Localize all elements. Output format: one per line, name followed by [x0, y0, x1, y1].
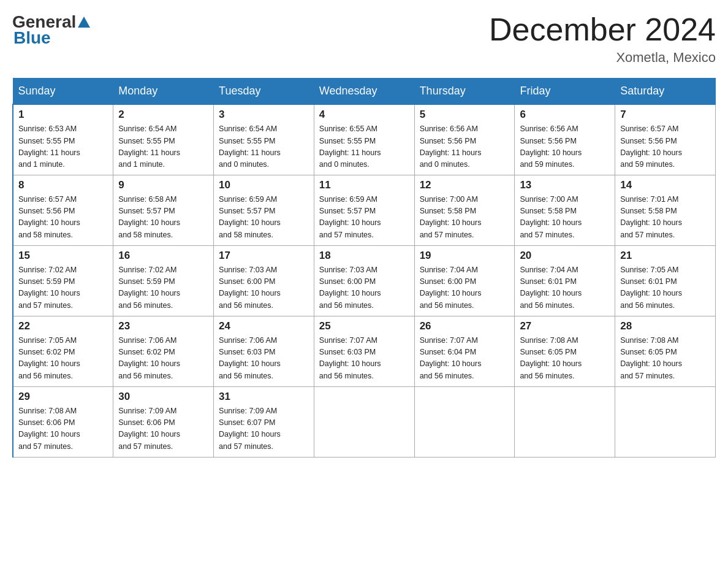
- day-info: Sunrise: 6:54 AMSunset: 5:55 PMDaylight:…: [118, 123, 208, 171]
- day-header-wednesday: Wednesday: [314, 79, 414, 105]
- day-header-tuesday: Tuesday: [214, 79, 314, 105]
- day-number: 18: [319, 250, 409, 262]
- day-header-thursday: Thursday: [414, 79, 515, 105]
- day-info: Sunrise: 7:07 AMSunset: 6:03 PMDaylight:…: [319, 335, 409, 383]
- calendar-cell: 14 Sunrise: 7:01 AMSunset: 5:58 PMDaylig…: [615, 175, 716, 245]
- day-number: 11: [319, 179, 409, 191]
- calendar-cell: 5 Sunrise: 6:56 AMSunset: 5:56 PMDayligh…: [414, 104, 515, 175]
- day-number: 15: [18, 250, 108, 262]
- day-number: 27: [520, 320, 610, 332]
- week-row-2: 8 Sunrise: 6:57 AMSunset: 5:56 PMDayligh…: [13, 175, 716, 245]
- day-info: Sunrise: 7:01 AMSunset: 5:58 PMDaylight:…: [620, 194, 710, 242]
- calendar-cell: 27 Sunrise: 7:08 AMSunset: 6:05 PMDaylig…: [515, 316, 615, 386]
- day-number: 28: [620, 320, 710, 332]
- day-number: 12: [420, 179, 510, 191]
- day-info: Sunrise: 7:02 AMSunset: 5:59 PMDaylight:…: [118, 264, 208, 312]
- days-header-row: SundayMondayTuesdayWednesdayThursdayFrid…: [13, 79, 716, 105]
- calendar-cell: 10 Sunrise: 6:59 AMSunset: 5:57 PMDaylig…: [214, 175, 314, 245]
- day-info: Sunrise: 6:59 AMSunset: 5:57 PMDaylight:…: [219, 194, 309, 242]
- calendar-cell: 20 Sunrise: 7:04 AMSunset: 6:01 PMDaylig…: [515, 245, 615, 316]
- day-number: 23: [118, 320, 208, 332]
- title-area: December 2024 Xometla, Mexico: [489, 12, 716, 66]
- calendar-cell: 25 Sunrise: 7:07 AMSunset: 6:03 PMDaylig…: [314, 316, 414, 386]
- day-info: Sunrise: 6:55 AMSunset: 5:55 PMDaylight:…: [319, 123, 409, 171]
- calendar-cell: 30 Sunrise: 7:09 AMSunset: 6:06 PMDaylig…: [113, 386, 214, 457]
- day-info: Sunrise: 7:05 AMSunset: 6:02 PMDaylight:…: [18, 335, 108, 383]
- day-info: Sunrise: 7:03 AMSunset: 6:00 PMDaylight:…: [319, 264, 409, 312]
- header: General Blue December 2024 Xometla, Mexi…: [12, 12, 716, 66]
- day-info: Sunrise: 7:06 AMSunset: 6:02 PMDaylight:…: [118, 335, 208, 383]
- calendar-cell: 2 Sunrise: 6:54 AMSunset: 5:55 PMDayligh…: [113, 104, 214, 175]
- day-info: Sunrise: 7:02 AMSunset: 5:59 PMDaylight:…: [18, 264, 108, 312]
- calendar-cell: 15 Sunrise: 7:02 AMSunset: 5:59 PMDaylig…: [13, 245, 113, 316]
- day-info: Sunrise: 7:00 AMSunset: 5:58 PMDaylight:…: [420, 194, 510, 242]
- day-info: Sunrise: 6:58 AMSunset: 5:57 PMDaylight:…: [118, 194, 208, 242]
- day-info: Sunrise: 6:56 AMSunset: 5:56 PMDaylight:…: [420, 123, 510, 171]
- calendar-cell: 23 Sunrise: 7:06 AMSunset: 6:02 PMDaylig…: [113, 316, 214, 386]
- day-number: 1: [18, 109, 108, 121]
- calendar-cell: 19 Sunrise: 7:04 AMSunset: 6:00 PMDaylig…: [414, 245, 515, 316]
- calendar-subtitle: Xometla, Mexico: [489, 50, 716, 66]
- calendar-cell: 11 Sunrise: 6:59 AMSunset: 5:57 PMDaylig…: [314, 175, 414, 245]
- day-info: Sunrise: 6:59 AMSunset: 5:57 PMDaylight:…: [319, 194, 409, 242]
- calendar-cell: 22 Sunrise: 7:05 AMSunset: 6:02 PMDaylig…: [13, 316, 113, 386]
- week-row-1: 1 Sunrise: 6:53 AMSunset: 5:55 PMDayligh…: [13, 104, 716, 175]
- day-number: 17: [219, 250, 309, 262]
- calendar-cell: 9 Sunrise: 6:58 AMSunset: 5:57 PMDayligh…: [113, 175, 214, 245]
- calendar-cell: 3 Sunrise: 6:54 AMSunset: 5:55 PMDayligh…: [214, 104, 314, 175]
- day-number: 3: [219, 109, 309, 121]
- day-number: 13: [520, 179, 610, 191]
- week-row-4: 22 Sunrise: 7:05 AMSunset: 6:02 PMDaylig…: [13, 316, 716, 386]
- day-number: 22: [18, 320, 108, 332]
- day-info: Sunrise: 7:09 AMSunset: 6:07 PMDaylight:…: [219, 405, 309, 453]
- day-info: Sunrise: 6:56 AMSunset: 5:56 PMDaylight:…: [520, 123, 610, 171]
- calendar-cell: 26 Sunrise: 7:07 AMSunset: 6:04 PMDaylig…: [414, 316, 515, 386]
- day-number: 10: [219, 179, 309, 191]
- calendar-cell: 31 Sunrise: 7:09 AMSunset: 6:07 PMDaylig…: [214, 386, 314, 457]
- day-info: Sunrise: 7:00 AMSunset: 5:58 PMDaylight:…: [520, 194, 610, 242]
- day-info: Sunrise: 6:57 AMSunset: 5:56 PMDaylight:…: [18, 194, 108, 242]
- calendar-cell: 21 Sunrise: 7:05 AMSunset: 6:01 PMDaylig…: [615, 245, 716, 316]
- day-number: 8: [18, 179, 108, 191]
- day-header-sunday: Sunday: [13, 79, 113, 105]
- day-info: Sunrise: 7:08 AMSunset: 6:05 PMDaylight:…: [620, 335, 710, 383]
- calendar-cell: [615, 386, 716, 457]
- day-header-friday: Friday: [515, 79, 615, 105]
- week-row-5: 29 Sunrise: 7:08 AMSunset: 6:06 PMDaylig…: [13, 386, 716, 457]
- calendar-cell: [515, 386, 615, 457]
- day-number: 2: [118, 109, 208, 121]
- day-number: 16: [118, 250, 208, 262]
- calendar-cell: 29 Sunrise: 7:08 AMSunset: 6:06 PMDaylig…: [13, 386, 113, 457]
- day-number: 30: [118, 391, 208, 403]
- day-info: Sunrise: 7:08 AMSunset: 6:06 PMDaylight:…: [18, 405, 108, 453]
- day-number: 19: [420, 250, 510, 262]
- day-number: 31: [219, 391, 309, 403]
- svg-marker-0: [78, 17, 90, 28]
- day-info: Sunrise: 7:04 AMSunset: 6:00 PMDaylight:…: [420, 264, 510, 312]
- calendar-table: SundayMondayTuesdayWednesdayThursdayFrid…: [12, 78, 716, 458]
- day-number: 7: [620, 109, 710, 121]
- calendar-cell: [314, 386, 414, 457]
- day-number: 25: [319, 320, 409, 332]
- calendar-cell: 17 Sunrise: 7:03 AMSunset: 6:00 PMDaylig…: [214, 245, 314, 316]
- week-row-3: 15 Sunrise: 7:02 AMSunset: 5:59 PMDaylig…: [13, 245, 716, 316]
- calendar-cell: 18 Sunrise: 7:03 AMSunset: 6:00 PMDaylig…: [314, 245, 414, 316]
- day-number: 24: [219, 320, 309, 332]
- day-number: 9: [118, 179, 208, 191]
- day-info: Sunrise: 7:05 AMSunset: 6:01 PMDaylight:…: [620, 264, 710, 312]
- day-info: Sunrise: 6:54 AMSunset: 5:55 PMDaylight:…: [219, 123, 309, 171]
- day-header-saturday: Saturday: [615, 79, 716, 105]
- day-info: Sunrise: 7:06 AMSunset: 6:03 PMDaylight:…: [219, 335, 309, 383]
- day-info: Sunrise: 7:04 AMSunset: 6:01 PMDaylight:…: [520, 264, 610, 312]
- day-number: 20: [520, 250, 610, 262]
- calendar-cell: 6 Sunrise: 6:56 AMSunset: 5:56 PMDayligh…: [515, 104, 615, 175]
- calendar-cell: [414, 386, 515, 457]
- day-number: 6: [520, 109, 610, 121]
- day-info: Sunrise: 7:08 AMSunset: 6:05 PMDaylight:…: [520, 335, 610, 383]
- day-info: Sunrise: 7:07 AMSunset: 6:04 PMDaylight:…: [420, 335, 510, 383]
- calendar-cell: 7 Sunrise: 6:57 AMSunset: 5:56 PMDayligh…: [615, 104, 716, 175]
- day-header-monday: Monday: [113, 79, 214, 105]
- day-info: Sunrise: 6:57 AMSunset: 5:56 PMDaylight:…: [620, 123, 710, 171]
- calendar-cell: 4 Sunrise: 6:55 AMSunset: 5:55 PMDayligh…: [314, 104, 414, 175]
- day-number: 29: [18, 391, 108, 403]
